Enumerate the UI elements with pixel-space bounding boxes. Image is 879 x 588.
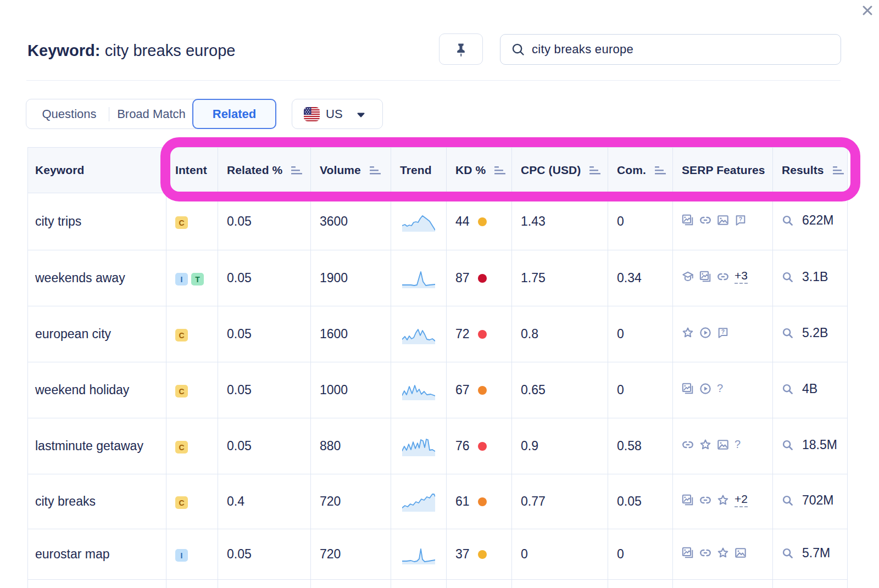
svg-text:?: ? <box>739 215 742 222</box>
svg-text:?: ? <box>721 328 725 334</box>
